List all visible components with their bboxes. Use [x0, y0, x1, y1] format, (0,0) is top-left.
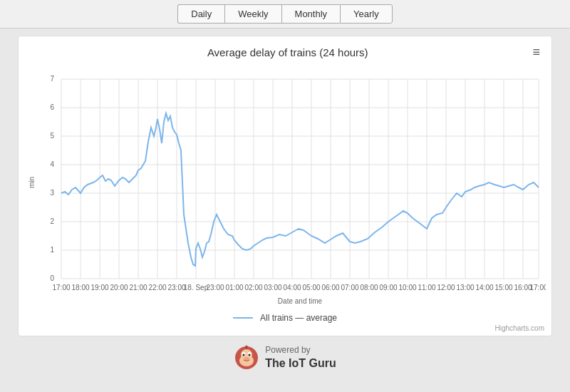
footer: Powered by The IoT Guru [234, 345, 336, 371]
svg-text:6: 6 [50, 103, 54, 111]
chart-svg: .grid-line { stroke: #e0e0e0; stroke-wid… [26, 65, 546, 307]
svg-text:12:00: 12:00 [437, 284, 455, 292]
svg-text:7: 7 [50, 75, 54, 83]
svg-text:18:00: 18:00 [71, 284, 89, 292]
svg-text:21:00: 21:00 [129, 284, 147, 292]
highcharts-credit: Highcharts.com [26, 324, 544, 332]
svg-text:14:00: 14:00 [475, 284, 493, 292]
svg-text:5: 5 [50, 132, 54, 140]
tab-yearly[interactable]: Yearly [340, 4, 393, 24]
chart-header: Average delay of trains (24 hours) ≡ [26, 43, 544, 61]
svg-text:17:00: 17:00 [52, 284, 70, 292]
svg-text:13:00: 13:00 [456, 284, 474, 292]
svg-text:1: 1 [50, 246, 54, 254]
svg-text:08:00: 08:00 [360, 284, 378, 292]
svg-text:11:00: 11:00 [418, 284, 435, 292]
svg-text:19:00: 19:00 [90, 284, 108, 292]
svg-text:3: 3 [50, 189, 54, 197]
powered-by-label: Powered by [265, 345, 336, 356]
svg-text:0: 0 [50, 274, 54, 282]
svg-text:01:00: 01:00 [225, 284, 243, 292]
footer-text: Powered by The IoT Guru [265, 345, 336, 371]
svg-text:17:00: 17:00 [529, 284, 546, 292]
y-axis-label: min [28, 177, 36, 188]
svg-text:18. Sep: 18. Sep [184, 284, 209, 292]
x-axis-labels: 17:00 18:00 19:00 20:00 21:00 22:00 23:0… [52, 284, 546, 292]
svg-point-75 [244, 357, 249, 360]
svg-text:10:00: 10:00 [398, 284, 416, 292]
svg-text:03:00: 03:00 [264, 284, 281, 292]
svg-text:05:00: 05:00 [302, 284, 320, 292]
legend-label: All trains — average [260, 313, 337, 323]
toolbar: Daily Weekly Monthly Yearly [0, 0, 570, 29]
svg-text:22:00: 22:00 [148, 284, 166, 292]
tab-daily[interactable]: Daily [177, 4, 224, 24]
chart-menu-icon[interactable]: ≡ [528, 43, 544, 61]
svg-text:07:00: 07:00 [341, 284, 358, 292]
chart-title: Average delay of trains (24 hours) [47, 46, 528, 58]
svg-point-77 [246, 346, 248, 348]
svg-text:20:00: 20:00 [110, 284, 128, 292]
svg-point-74 [249, 354, 251, 356]
svg-text:4: 4 [50, 160, 54, 168]
tab-monthly[interactable]: Monthly [281, 4, 341, 24]
svg-text:15:00: 15:00 [494, 284, 512, 292]
tab-weekly[interactable]: Weekly [224, 4, 281, 24]
svg-text:04:00: 04:00 [283, 284, 301, 292]
legend-line-icon [233, 317, 253, 319]
x-axis-label: Date and time [278, 297, 323, 305]
footer-powered: Powered by The IoT Guru [234, 345, 336, 371]
chart-container: Average delay of trains (24 hours) ≡ .gr… [18, 36, 552, 336]
svg-text:2: 2 [50, 217, 54, 225]
svg-point-73 [243, 354, 245, 356]
brand-label: The IoT Guru [265, 357, 336, 369]
svg-text:06:00: 06:00 [321, 284, 339, 292]
chart-svg-wrap: .grid-line { stroke: #e0e0e0; stroke-wid… [26, 65, 544, 310]
chart-legend: All trains — average [26, 313, 544, 323]
svg-text:09:00: 09:00 [379, 284, 397, 292]
footer-logo-icon [234, 345, 259, 371]
svg-text:02:00: 02:00 [244, 284, 262, 292]
svg-text:23:00: 23:00 [206, 284, 224, 292]
